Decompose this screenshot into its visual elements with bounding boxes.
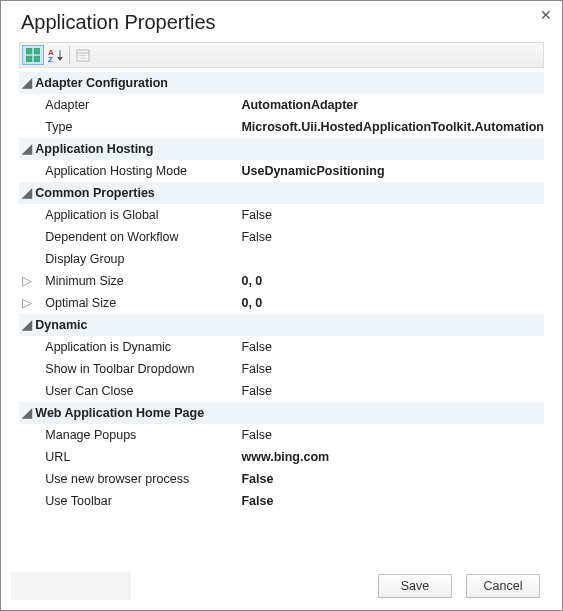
property-label: Display Group: [35, 248, 241, 270]
property-row[interactable]: Application Hosting ModeUseDynamicPositi…: [19, 160, 544, 182]
svg-rect-3: [34, 56, 40, 62]
collapse-icon[interactable]: ◢: [19, 402, 35, 424]
property-label: Dependent on Workflow: [35, 226, 241, 248]
close-icon[interactable]: ✕: [540, 7, 552, 23]
svg-rect-0: [26, 48, 32, 54]
property-label: Type: [35, 116, 241, 138]
property-row[interactable]: Use ToolbarFalse: [19, 490, 544, 512]
expand-placeholder: [19, 204, 35, 226]
save-button[interactable]: Save: [378, 574, 452, 598]
property-label: Application Hosting Mode: [35, 160, 241, 182]
property-row[interactable]: Dependent on WorkflowFalse: [19, 226, 544, 248]
property-row[interactable]: TypeMicrosoft.Uii.HostedApplicationToolk…: [19, 116, 544, 138]
category-row[interactable]: ◢Web Application Home Page: [19, 402, 544, 424]
property-label: Application is Dynamic: [35, 336, 241, 358]
expand-icon[interactable]: ▷: [19, 292, 35, 314]
category-label: Adapter Configuration: [35, 72, 544, 94]
expand-placeholder: [19, 226, 35, 248]
dialog-footer: Save Cancel: [1, 562, 562, 610]
property-value[interactable]: False: [241, 336, 544, 358]
alphabetical-button[interactable]: A Z: [45, 45, 67, 65]
cancel-button[interactable]: Cancel: [466, 574, 540, 598]
expand-placeholder: [19, 116, 35, 138]
category-row[interactable]: ◢Dynamic: [19, 314, 544, 336]
property-row[interactable]: ▷Optimal Size0, 0: [19, 292, 544, 314]
property-value[interactable]: False: [241, 380, 544, 402]
expand-icon[interactable]: ▷: [19, 270, 35, 292]
svg-rect-1: [34, 48, 40, 54]
collapse-icon[interactable]: ◢: [19, 138, 35, 160]
property-label: Use Toolbar: [35, 490, 241, 512]
categorized-icon: [26, 48, 40, 62]
property-value[interactable]: False: [241, 204, 544, 226]
property-label: Manage Popups: [35, 424, 241, 446]
category-label: Common Properties: [35, 182, 544, 204]
svg-text:Z: Z: [48, 55, 53, 62]
property-value[interactable]: 0, 0: [241, 292, 544, 314]
svg-marker-7: [57, 57, 63, 61]
svg-rect-2: [26, 56, 32, 62]
property-toolbar: A Z: [19, 42, 544, 68]
property-pages-icon: [76, 49, 90, 62]
expand-placeholder: [19, 490, 35, 512]
property-value[interactable]: False: [241, 490, 544, 512]
property-label: URL: [35, 446, 241, 468]
property-value[interactable]: AutomationAdapter: [241, 94, 544, 116]
expand-placeholder: [19, 446, 35, 468]
property-row[interactable]: Display Group: [19, 248, 544, 270]
property-value[interactable]: False: [241, 424, 544, 446]
property-row[interactable]: ▷Minimum Size0, 0: [19, 270, 544, 292]
expand-placeholder: [19, 468, 35, 490]
category-row[interactable]: ◢Common Properties: [19, 182, 544, 204]
property-label: User Can Close: [35, 380, 241, 402]
property-value[interactable]: False: [241, 226, 544, 248]
expand-placeholder: [19, 358, 35, 380]
category-row[interactable]: ◢Adapter Configuration: [19, 72, 544, 94]
property-grid[interactable]: ◢Adapter ConfigurationAdapterAutomationA…: [19, 72, 544, 542]
property-pages-button[interactable]: [72, 45, 94, 65]
dialog-window: ✕ Application Properties A Z: [0, 0, 563, 611]
expand-placeholder: [19, 424, 35, 446]
property-row[interactable]: Application is GlobalFalse: [19, 204, 544, 226]
footer-shade: [11, 572, 131, 600]
category-label: Web Application Home Page: [35, 402, 544, 424]
property-label: Minimum Size: [35, 270, 241, 292]
property-value[interactable]: Microsoft.Uii.HostedApplicationToolkit.A…: [241, 116, 544, 138]
collapse-icon[interactable]: ◢: [19, 72, 35, 94]
property-row[interactable]: AdapterAutomationAdapter: [19, 94, 544, 116]
property-value[interactable]: 0, 0: [241, 270, 544, 292]
expand-placeholder: [19, 94, 35, 116]
property-value[interactable]: [241, 248, 544, 270]
expand-placeholder: [19, 160, 35, 182]
property-label: Use new browser process: [35, 468, 241, 490]
category-label: Application Hosting: [35, 138, 544, 160]
category-label: Dynamic: [35, 314, 544, 336]
property-value[interactable]: www.bing.com: [241, 446, 544, 468]
property-row[interactable]: Use new browser processFalse: [19, 468, 544, 490]
property-label: Application is Global: [35, 204, 241, 226]
property-row[interactable]: Show in Toolbar DropdownFalse: [19, 358, 544, 380]
property-value[interactable]: False: [241, 468, 544, 490]
sort-az-icon: A Z: [48, 48, 64, 62]
expand-placeholder: [19, 380, 35, 402]
collapse-icon[interactable]: ◢: [19, 182, 35, 204]
category-row[interactable]: ◢Application Hosting: [19, 138, 544, 160]
collapse-icon[interactable]: ◢: [19, 314, 35, 336]
property-label: Show in Toolbar Dropdown: [35, 358, 241, 380]
property-row[interactable]: User Can CloseFalse: [19, 380, 544, 402]
property-label: Optimal Size: [35, 292, 241, 314]
dialog-title: Application Properties: [1, 1, 562, 42]
toolbar-separator: [69, 46, 70, 64]
expand-placeholder: [19, 248, 35, 270]
property-value[interactable]: False: [241, 358, 544, 380]
property-value[interactable]: UseDynamicPositioning: [241, 160, 544, 182]
expand-placeholder: [19, 336, 35, 358]
categorized-button[interactable]: [22, 45, 44, 65]
property-row[interactable]: URLwww.bing.com: [19, 446, 544, 468]
property-row[interactable]: Manage PopupsFalse: [19, 424, 544, 446]
property-row[interactable]: Application is DynamicFalse: [19, 336, 544, 358]
property-label: Adapter: [35, 94, 241, 116]
